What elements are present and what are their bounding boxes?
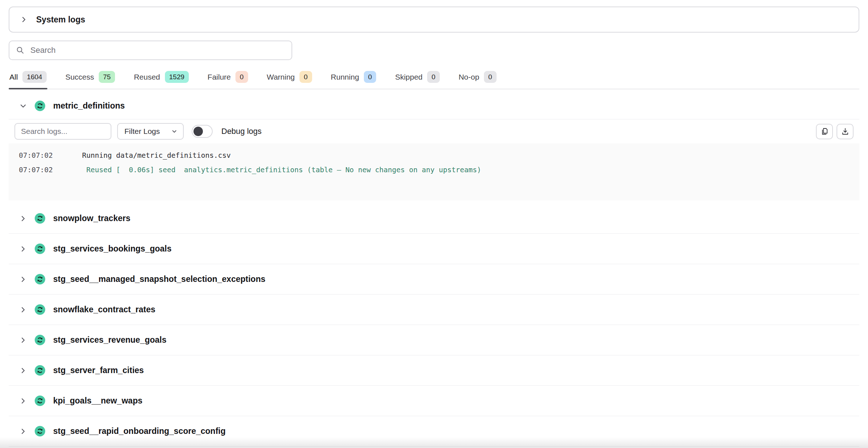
section-rows: snowplow_trackers stg_services_bookings_… [9,203,859,447]
section-title: snowflake_contract_rates [53,305,156,314]
log-line: 07:07:02 Running data/metric_definitions… [19,148,859,163]
tab-count-badge: 0 [364,71,376,83]
section-row-metric-definitions[interactable]: metric_definitions [9,93,859,119]
chevron-right-icon [20,276,27,283]
tab-reused[interactable]: Reused 1529 [133,69,190,89]
tab-success[interactable]: Success 75 [65,69,116,89]
log-message: Reused [ 0.06s] seed analytics.metric_de… [82,163,481,177]
download-icon [841,127,850,136]
tab-count-badge: 1529 [165,71,189,83]
tab-count-badge: 75 [99,71,115,83]
chevron-right-icon [20,306,27,313]
section-title: stg_services_revenue_goals [53,335,166,345]
section-row-stg-seed-rapid-onboarding-score-config[interactable]: stg_seed__rapid_onboarding_score_config [9,416,859,447]
filter-logs-label: Filter Logs [124,127,160,136]
log-message: Running data/metric_definitions.csv [82,148,231,163]
reused-status-icon [35,213,45,224]
section-row-stg-services-bookings-goals[interactable]: stg_services_bookings_goals [9,234,859,264]
log-timestamp: 07:07:02 [19,163,55,177]
system-logs-header[interactable]: System logs [9,7,859,33]
reused-status-icon [35,365,45,376]
section-row-stg-services-revenue-goals[interactable]: stg_services_revenue_goals [9,325,859,355]
chevron-right-icon [20,428,27,435]
tab-failure[interactable]: Failure 0 [207,69,249,89]
log-timestamp: 07:07:02 [19,148,55,163]
tab-count-badge: 1604 [22,71,46,83]
section-title: stg_server_farm_cities [53,365,144,375]
tab-label: Warning [267,73,295,81]
reused-status-icon [35,304,45,315]
reused-status-icon [35,426,45,436]
status-tabs: All 1604 Success 75 Reused 1529 Failure … [9,69,859,89]
section-title: snowplow_trackers [53,214,130,223]
tab-noop[interactable]: No-op 0 [458,69,497,89]
chevron-right-icon [20,215,27,222]
section-row-snowflake-contract-rates[interactable]: snowflake_contract_rates [9,295,859,325]
chevron-right-icon [20,367,27,374]
tab-all[interactable]: All 1604 [9,69,47,89]
tab-count-badge: 0 [235,71,248,83]
section-title: stg_services_bookings_goals [53,244,171,254]
section-title: stg_seed__managed_snapshot_selection_exc… [53,274,265,284]
chevron-right-icon [20,397,27,405]
debug-logs-toggle[interactable] [192,125,213,138]
section-row-kpi-goals-new-waps[interactable]: kpi_goals__new_waps [9,386,859,416]
reused-status-icon [35,274,45,284]
search-logs-input[interactable] [14,123,111,140]
tab-warning[interactable]: Warning 0 [266,69,313,89]
search-icon [16,46,25,55]
search-box [9,41,292,60]
tab-label: All [9,73,18,81]
copy-icon [820,127,829,136]
toggle-knob [193,127,203,136]
log-console: System logs All 1604 Success 75 Reused 1… [0,7,868,447]
log-line: 07:07:02 Reused [ 0.06s] seed analytics.… [19,163,859,177]
tab-label: Skipped [395,73,422,81]
tab-label: Failure [208,73,231,81]
search-input[interactable] [30,45,285,55]
section-title: kpi_goals__new_waps [53,396,142,406]
log-output-panel: 07:07:02 Running data/metric_definitions… [9,143,859,200]
tab-count-badge: 0 [299,71,312,83]
reused-status-icon [35,244,45,254]
section-title: metric_definitions [53,101,125,111]
reused-status-icon [35,396,45,406]
tab-count-badge: 0 [484,71,497,83]
section-row-stg-seed-managed-snapshot-selection-exceptions[interactable]: stg_seed__managed_snapshot_selection_exc… [9,264,859,295]
reused-status-icon [35,335,45,345]
filter-logs-dropdown[interactable]: Filter Logs [117,123,184,140]
system-logs-title: System logs [36,15,85,25]
tab-count-badge: 0 [427,71,440,83]
tab-label: Success [65,73,94,81]
chevron-right-icon [20,337,27,344]
tab-label: No-op [459,73,479,81]
log-toolbar: Filter Logs Debug logs [9,119,859,143]
tab-label: Running [331,73,359,81]
tab-running[interactable]: Running 0 [330,69,377,89]
section-title: stg_seed__rapid_onboarding_score_config [53,426,226,436]
chevron-down-icon [171,128,177,134]
reused-status-icon [35,101,45,111]
debug-logs-label: Debug logs [221,127,261,136]
tab-skipped[interactable]: Skipped 0 [394,69,440,89]
chevron-down-icon [20,102,27,110]
section-row-stg-server-farm-cities[interactable]: stg_server_farm_cities [9,355,859,386]
section-row-snowplow-trackers[interactable]: snowplow_trackers [9,203,859,234]
chevron-right-icon [20,16,27,23]
tab-label: Reused [134,73,160,81]
copy-logs-button[interactable] [816,124,833,139]
download-logs-button[interactable] [837,124,854,139]
chevron-right-icon [20,245,27,253]
